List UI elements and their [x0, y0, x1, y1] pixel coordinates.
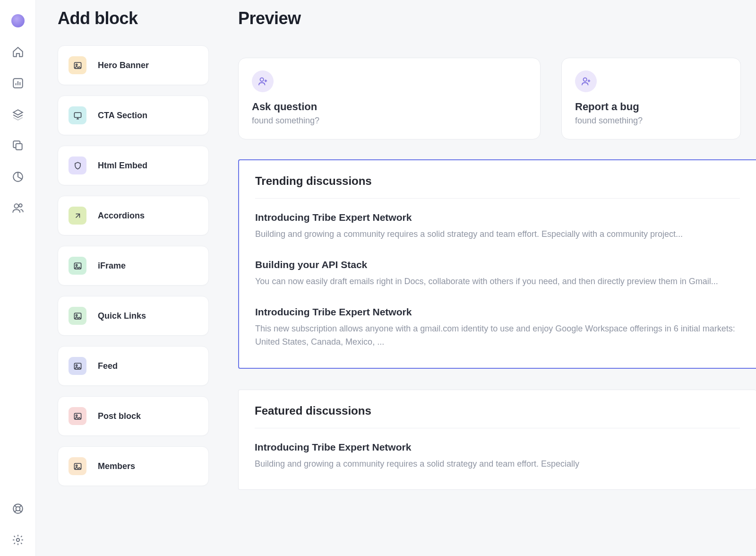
- add-block-title: Add block: [58, 9, 209, 28]
- block-item-members[interactable]: Members: [58, 446, 209, 486]
- svg-point-6: [16, 507, 20, 511]
- block-item-post-block[interactable]: Post block: [58, 396, 209, 436]
- block-item-hero-banner[interactable]: Hero Banner: [58, 45, 209, 85]
- svg-point-18: [76, 415, 77, 416]
- block-label: iFrame: [98, 261, 126, 271]
- featured-section[interactable]: Featured discussions Introducing Tribe E…: [238, 390, 756, 490]
- discussion-title: Introducing Tribe Expert Network: [255, 212, 740, 223]
- discussion-body: This new subscription allows anyone with…: [255, 322, 740, 349]
- discussion-body: You can now easily draft emails right in…: [255, 275, 740, 288]
- analytics-icon[interactable]: [11, 77, 25, 90]
- app-logo[interactable]: [11, 14, 25, 27]
- svg-point-21: [260, 78, 264, 81]
- svg-point-14: [76, 314, 77, 316]
- discussion-title: Introducing Tribe Expert Network: [255, 306, 740, 318]
- block-label: Accordions: [98, 211, 145, 221]
- svg-point-9: [76, 64, 77, 65]
- discussion-title: Building your API Stack: [255, 259, 740, 270]
- nav-rail: [0, 0, 36, 556]
- card-title: Report a bug: [575, 101, 727, 113]
- discussion-item[interactable]: Introducing Tribe Expert Network Buildin…: [255, 203, 740, 251]
- block-label: Post block: [98, 411, 141, 421]
- block-label: Quick Links: [98, 311, 146, 321]
- ask-question-card[interactable]: Ask question found something?: [238, 58, 541, 139]
- block-list: Hero Banner CTA Section Html Embed Accor…: [58, 45, 209, 486]
- svg-point-22: [584, 78, 587, 81]
- image-icon: [69, 307, 86, 325]
- discussion-item[interactable]: Introducing Tribe Expert Network This ne…: [255, 298, 740, 358]
- card-subtitle: found something?: [252, 116, 527, 126]
- featured-heading: Featured discussions: [255, 404, 740, 428]
- action-cards: Ask question found something? Report a b…: [238, 45, 756, 139]
- home-icon[interactable]: [11, 45, 25, 59]
- svg-point-4: [19, 204, 22, 207]
- svg-point-20: [76, 465, 77, 466]
- trending-section[interactable]: Trending discussions Introducing Tribe E…: [238, 159, 756, 369]
- user-plus-icon: [252, 70, 274, 92]
- image-icon: [69, 257, 86, 275]
- image-icon: [69, 357, 86, 375]
- shield-icon: [69, 156, 86, 174]
- block-item-html-embed[interactable]: Html Embed: [58, 146, 209, 185]
- block-item-accordions[interactable]: Accordions: [58, 196, 209, 235]
- image-icon: [69, 407, 86, 425]
- block-item-feed[interactable]: Feed: [58, 346, 209, 386]
- discussion-body: Building and growing a community require…: [255, 228, 740, 241]
- svg-point-16: [76, 365, 77, 366]
- block-item-cta-section[interactable]: CTA Section: [58, 96, 209, 135]
- image-icon: [69, 56, 86, 74]
- image-icon: [69, 457, 86, 475]
- svg-point-7: [16, 539, 19, 542]
- card-title: Ask question: [252, 101, 527, 113]
- block-label: CTA Section: [98, 111, 147, 121]
- block-label: Members: [98, 461, 135, 471]
- discussion-item[interactable]: Building your API Stack You can now easi…: [255, 251, 740, 298]
- report-bug-card[interactable]: Report a bug found something?: [561, 58, 741, 139]
- svg-point-3: [14, 204, 18, 208]
- block-item-iframe[interactable]: iFrame: [58, 246, 209, 286]
- block-label: Feed: [98, 361, 118, 371]
- block-label: Html Embed: [98, 161, 147, 171]
- svg-point-12: [76, 264, 77, 266]
- svg-rect-10: [74, 113, 81, 117]
- copy-icon[interactable]: [11, 139, 25, 152]
- discussion-title: Introducing Tribe Expert Network: [255, 442, 740, 453]
- layers-icon[interactable]: [11, 108, 25, 121]
- users-icon[interactable]: [11, 201, 25, 215]
- help-icon[interactable]: [11, 502, 25, 515]
- user-plus-icon: [575, 70, 597, 92]
- pie-icon[interactable]: [11, 170, 25, 183]
- block-label: Hero Banner: [98, 61, 149, 70]
- preview-title: Preview: [238, 9, 756, 28]
- card-subtitle: found something?: [575, 116, 727, 126]
- discussion-item[interactable]: Introducing Tribe Expert Network Buildin…: [255, 433, 740, 480]
- monitor-icon: [69, 106, 86, 124]
- svg-rect-1: [16, 144, 22, 150]
- settings-icon[interactable]: [11, 533, 25, 547]
- arrow-icon: [69, 207, 86, 225]
- trending-heading: Trending discussions: [255, 174, 740, 199]
- block-item-quick-links[interactable]: Quick Links: [58, 296, 209, 336]
- discussion-body: Building and growing a community require…: [255, 458, 740, 471]
